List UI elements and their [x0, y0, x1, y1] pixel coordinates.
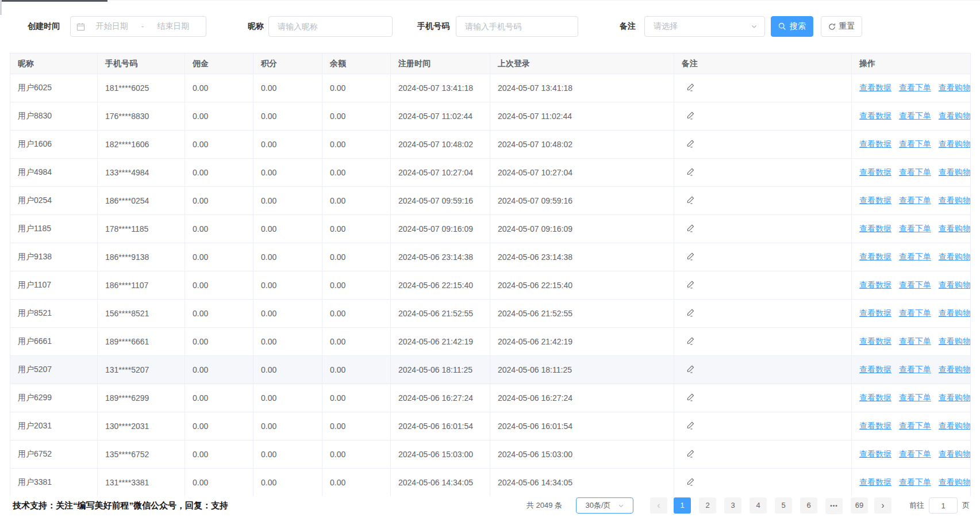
search-button[interactable]: 搜索: [771, 16, 813, 37]
view-orders-link[interactable]: 查看下单: [899, 336, 931, 346]
edit-remark-icon[interactable]: [686, 224, 695, 233]
view-cart-link[interactable]: 查看购物车: [939, 393, 971, 402]
cell-balance: 0.00: [322, 328, 391, 356]
cell-balance: 0.00: [322, 159, 391, 187]
start-date-placeholder[interactable]: 开始日期: [85, 21, 139, 32]
view-orders-link[interactable]: 查看下单: [899, 449, 931, 458]
cell-commission: 0.00: [185, 328, 253, 356]
goto-page-input[interactable]: [929, 497, 958, 514]
remark-select[interactable]: 请选择: [644, 16, 765, 37]
view-orders-link[interactable]: 查看下单: [899, 196, 931, 205]
nickname-input[interactable]: [268, 16, 393, 37]
edit-remark-icon[interactable]: [686, 280, 695, 289]
left-edge-artifact: [0, 0, 2, 15]
view-orders-link[interactable]: 查看下单: [899, 280, 931, 289]
view-data-link[interactable]: 查看数据: [859, 224, 891, 233]
view-data-link[interactable]: 查看数据: [859, 111, 891, 120]
view-cart-link[interactable]: 查看购物车: [939, 83, 971, 92]
edit-remark-icon[interactable]: [686, 308, 695, 317]
cell-last-login: 2024-05-06 15:03:00: [490, 441, 674, 469]
view-data-link[interactable]: 查看数据: [859, 336, 891, 346]
view-cart-link[interactable]: 查看购物车: [939, 252, 971, 261]
edit-remark-icon[interactable]: [686, 449, 695, 458]
view-cart-link[interactable]: 查看购物车: [939, 477, 971, 487]
page-button-3[interactable]: 3: [724, 497, 741, 514]
edit-remark-icon[interactable]: [686, 139, 695, 148]
cell-last-login: 2024-05-07 11:02:44: [490, 102, 674, 131]
cell-actions: 查看数据 查看下单 查看购物车: [852, 74, 971, 102]
view-data-link[interactable]: 查看数据: [859, 477, 891, 487]
page-button-6[interactable]: 6: [800, 497, 817, 514]
table-row: 用户1606 182****1606 0.00 0.00 0.00 2024-0…: [10, 131, 971, 159]
page-button-69[interactable]: 69: [851, 497, 868, 514]
view-orders-link[interactable]: 查看下单: [899, 167, 931, 177]
page-button-1[interactable]: 1: [674, 497, 691, 514]
view-data-link[interactable]: 查看数据: [859, 196, 891, 205]
view-data-link[interactable]: 查看数据: [859, 83, 891, 92]
view-cart-link[interactable]: 查看购物车: [939, 224, 971, 233]
cell-remark: [674, 131, 852, 159]
view-orders-link[interactable]: 查看下单: [899, 477, 931, 487]
view-cart-link[interactable]: 查看购物车: [939, 139, 971, 148]
table-row: 用户6299 189****6299 0.00 0.00 0.00 2024-0…: [10, 384, 971, 412]
more-pages-button[interactable]: •••: [825, 498, 843, 514]
edit-remark-icon[interactable]: [686, 393, 695, 402]
edit-remark-icon[interactable]: [686, 365, 695, 374]
view-data-link[interactable]: 查看数据: [859, 167, 891, 177]
view-data-link[interactable]: 查看数据: [859, 280, 891, 289]
prev-page-button[interactable]: ‹: [650, 497, 667, 514]
phone-input[interactable]: [456, 16, 578, 37]
edit-remark-icon[interactable]: [686, 111, 695, 120]
view-cart-link[interactable]: 查看购物车: [939, 111, 971, 120]
page-button-5[interactable]: 5: [775, 497, 792, 514]
view-cart-link[interactable]: 查看购物车: [939, 336, 971, 346]
view-cart-link[interactable]: 查看购物车: [939, 280, 971, 289]
edit-remark-icon[interactable]: [686, 252, 695, 261]
view-data-link[interactable]: 查看数据: [859, 252, 891, 261]
view-orders-link[interactable]: 查看下单: [899, 111, 931, 120]
edit-remark-icon[interactable]: [686, 196, 695, 205]
reset-button[interactable]: 重置: [821, 16, 862, 37]
view-cart-link[interactable]: 查看购物车: [939, 449, 971, 458]
cell-actions: 查看数据 查看下单 查看购物车: [852, 243, 971, 271]
edit-remark-icon[interactable]: [686, 421, 695, 430]
view-orders-link[interactable]: 查看下单: [899, 393, 931, 402]
table-row: 用户6661 189****6661 0.00 0.00 0.00 2024-0…: [10, 328, 971, 356]
view-data-link[interactable]: 查看数据: [859, 449, 891, 458]
view-orders-link[interactable]: 查看下单: [899, 308, 931, 317]
view-data-link[interactable]: 查看数据: [859, 139, 891, 148]
table-header-row: 昵称 手机号码 佣金 积分 余额 注册时间 上次登录 备注 操作: [10, 53, 971, 74]
edit-remark-icon[interactable]: [686, 336, 695, 346]
view-cart-link[interactable]: 查看购物车: [939, 308, 971, 317]
cell-register-time: 2024-05-07 09:59:16: [391, 187, 490, 215]
page-button-4[interactable]: 4: [750, 497, 767, 514]
date-range-picker[interactable]: 开始日期 - 结束日期: [70, 16, 206, 37]
cell-points: 0.00: [253, 328, 322, 356]
edit-remark-icon[interactable]: [686, 83, 695, 92]
edit-remark-icon[interactable]: [686, 167, 695, 177]
edit-remark-icon[interactable]: [686, 477, 695, 487]
view-orders-link[interactable]: 查看下单: [899, 139, 931, 148]
view-data-link[interactable]: 查看数据: [859, 393, 891, 402]
view-cart-link[interactable]: 查看购物车: [939, 421, 971, 430]
cell-points: 0.00: [253, 74, 322, 102]
end-date-placeholder[interactable]: 结束日期: [146, 21, 200, 32]
view-orders-link[interactable]: 查看下单: [899, 421, 931, 430]
view-orders-link[interactable]: 查看下单: [899, 365, 931, 374]
next-page-button[interactable]: ›: [874, 497, 891, 514]
view-cart-link[interactable]: 查看购物车: [939, 365, 971, 374]
page-size-value: 30条/页: [585, 500, 610, 511]
view-orders-link[interactable]: 查看下单: [899, 252, 931, 261]
page-size-select[interactable]: 30条/页: [576, 497, 633, 514]
view-cart-link[interactable]: 查看购物车: [939, 196, 971, 205]
view-orders-link[interactable]: 查看下单: [899, 83, 931, 92]
view-data-link[interactable]: 查看数据: [859, 421, 891, 430]
col-header-last-login: 上次登录: [490, 53, 674, 74]
view-cart-link[interactable]: 查看购物车: [939, 167, 971, 177]
page-button-2[interactable]: 2: [699, 497, 716, 514]
view-data-link[interactable]: 查看数据: [859, 308, 891, 317]
cell-last-login: 2024-05-07 10:48:02: [490, 131, 674, 159]
cell-nickname: 用户1107: [10, 271, 98, 300]
view-data-link[interactable]: 查看数据: [859, 365, 891, 374]
view-orders-link[interactable]: 查看下单: [899, 224, 931, 233]
